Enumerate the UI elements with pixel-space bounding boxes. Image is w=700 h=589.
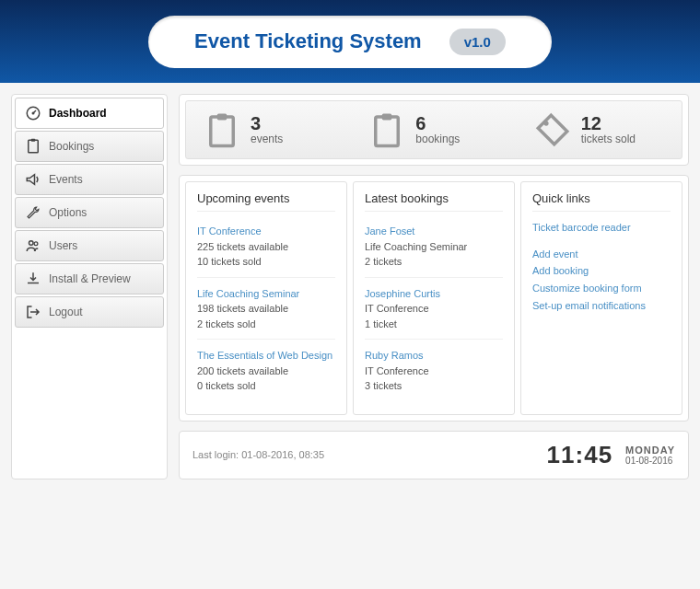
stat-number: 12 <box>581 114 636 133</box>
sidebar-item-logout[interactable]: Logout <box>15 296 164 328</box>
svg-rect-7 <box>217 114 228 121</box>
stat-events: 3 events <box>186 110 351 149</box>
booking-item: Ruby Ramos IT Conference 3 tickets <box>365 343 503 401</box>
event-sold: 2 tickets sold <box>197 318 256 329</box>
users-icon <box>25 237 41 254</box>
clock-day: MONDAY <box>625 445 675 456</box>
sidebar-item-events[interactable]: Events <box>15 164 164 195</box>
sidebar-label: Install & Preview <box>49 272 131 285</box>
event-available: 198 tickets available <box>197 303 288 314</box>
clock-date: 01-08-2016 <box>625 456 675 466</box>
sidebar-item-users[interactable]: Users <box>15 230 164 261</box>
download-icon <box>25 271 41 287</box>
booking-tickets: 2 tickets <box>365 256 402 267</box>
event-sold: 0 tickets sold <box>197 380 256 391</box>
sidebar-label: Options <box>49 206 87 219</box>
svg-point-4 <box>29 241 34 246</box>
stat-label: bookings <box>415 133 460 145</box>
panel-latest: Latest bookings Jane Foset Life Coaching… <box>353 181 515 415</box>
svg-point-10 <box>543 121 548 125</box>
gauge-icon <box>25 105 41 121</box>
stat-label: tickets sold <box>581 133 636 145</box>
booking-link[interactable]: Jane Foset <box>365 225 414 237</box>
panel-title: Upcoming events <box>197 191 335 212</box>
panel-upcoming: Upcoming events IT Conference 225 ticket… <box>185 181 347 415</box>
svg-rect-2 <box>29 140 39 153</box>
sidebar-label: Logout <box>49 306 83 318</box>
version-badge: v1.0 <box>449 29 506 55</box>
clipboard-icon <box>25 138 41 155</box>
sidebar-item-bookings[interactable]: Bookings <box>15 131 164 162</box>
sidebar-item-install[interactable]: Install & Preview <box>15 263 164 294</box>
sidebar-label: Users <box>49 239 77 252</box>
clock-time: 11:45 <box>547 441 613 469</box>
quicklink-email-notifications[interactable]: Set-up email notifications <box>532 297 671 315</box>
megaphone-icon <box>25 171 41 188</box>
sidebar-label: Events <box>49 173 83 186</box>
sidebar-item-dashboard[interactable]: Dashboard <box>15 98 164 129</box>
clipboard-icon <box>203 110 241 149</box>
clock: 11:45 MONDAY 01-08-2016 <box>547 441 675 469</box>
booking-event: Life Coaching Seminar <box>365 241 467 252</box>
booking-tickets: 1 ticket <box>365 318 397 329</box>
booking-tickets: 3 tickets <box>365 380 402 391</box>
event-available: 225 tickets available <box>197 241 288 252</box>
svg-rect-8 <box>376 117 399 146</box>
quicklink-add-booking[interactable]: Add booking <box>532 262 671 280</box>
panels: Upcoming events IT Conference 225 ticket… <box>179 175 689 422</box>
booking-link[interactable]: Josephine Curtis <box>365 288 440 299</box>
svg-rect-3 <box>31 139 36 142</box>
panel-quicklinks: Quick links Ticket barcode reader Add ev… <box>520 181 682 415</box>
stat-bookings: 6 bookings <box>351 110 516 149</box>
svg-point-5 <box>34 242 38 246</box>
sidebar-label: Dashboard <box>49 107 107 120</box>
header-bar: Event Ticketing System v1.0 <box>0 0 700 83</box>
logout-icon <box>25 304 41 320</box>
stat-number: 6 <box>415 114 460 133</box>
panel-title: Quick links <box>532 191 671 212</box>
main-content: 3 events 6 bookings 12 tickets sold <box>179 94 689 479</box>
svg-rect-9 <box>382 114 392 121</box>
event-link[interactable]: The Essentials of Web Design <box>197 350 332 361</box>
quicklink-add-event[interactable]: Add event <box>532 246 671 263</box>
event-link[interactable]: IT Conference <box>197 225 262 237</box>
event-available: 200 tickets available <box>197 365 288 376</box>
event-item: IT Conference 225 tickets available 10 t… <box>197 219 335 278</box>
header-pill: Event Ticketing System v1.0 <box>148 16 552 68</box>
booking-item: Josephine Curtis IT Conference 1 ticket <box>365 282 503 341</box>
panel-title: Latest bookings <box>365 191 503 212</box>
quicklink-customize-form[interactable]: Customize booking form <box>532 280 671 297</box>
sidebar: Dashboard Bookings Events Options Users … <box>11 94 168 479</box>
app-title: Event Ticketing System <box>194 29 422 53</box>
event-link[interactable]: Life Coaching Seminar <box>197 288 299 299</box>
last-login: Last login: 01-08-2016, 08:35 <box>192 449 324 460</box>
sidebar-item-options[interactable]: Options <box>15 197 164 228</box>
stat-tickets: 12 tickets sold <box>517 110 682 149</box>
svg-point-1 <box>32 112 35 115</box>
footer-bar: Last login: 01-08-2016, 08:35 11:45 MOND… <box>179 431 689 479</box>
booking-item: Jane Foset Life Coaching Seminar 2 ticke… <box>365 219 503 278</box>
stats-bar: 3 events 6 bookings 12 tickets sold <box>179 94 689 166</box>
sidebar-label: Bookings <box>49 140 94 153</box>
clipboard-icon <box>368 110 406 149</box>
wrench-icon <box>25 204 41 221</box>
quicklink-barcode[interactable]: Ticket barcode reader <box>532 219 671 237</box>
booking-event: IT Conference <box>365 303 429 314</box>
booking-event: IT Conference <box>365 365 429 376</box>
tag-icon <box>533 110 572 149</box>
event-item: The Essentials of Web Design 200 tickets… <box>197 343 335 401</box>
stat-number: 3 <box>251 114 283 133</box>
event-item: Life Coaching Seminar 198 tickets availa… <box>197 282 335 341</box>
booking-link[interactable]: Ruby Ramos <box>365 350 424 361</box>
stat-label: events <box>251 133 283 145</box>
svg-rect-6 <box>211 117 234 146</box>
event-sold: 10 tickets sold <box>197 256 262 267</box>
